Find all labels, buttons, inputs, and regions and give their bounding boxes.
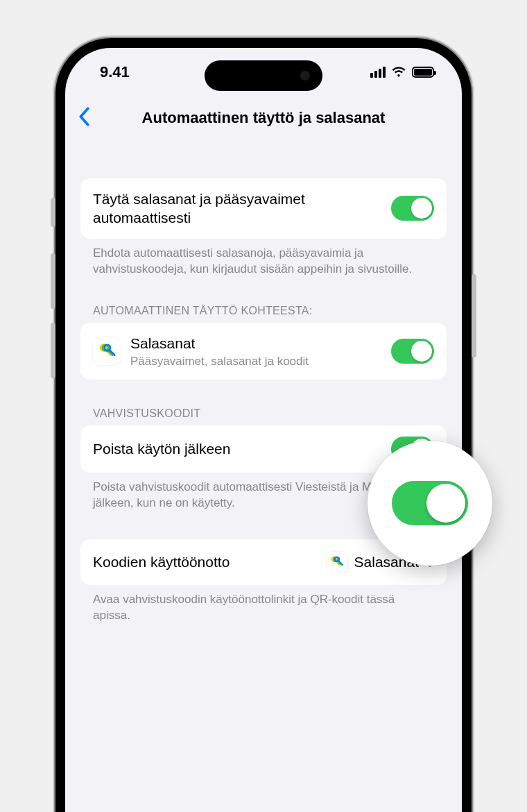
page-title: Automaattinen täyttö ja salasanat <box>65 109 462 127</box>
back-button[interactable] <box>78 106 90 130</box>
power-button <box>472 274 476 357</box>
volume-up-button <box>51 253 55 309</box>
passwords-app-subtitle: Pääsyavaimet, salasanat ja koodit <box>130 355 381 369</box>
autofill-main-group: Täytä salasanat ja pääsyavaimet automaat… <box>80 178 447 277</box>
codes-setup-footer: Avaa vahvistuskoodin käytöönottolinkit j… <box>80 585 447 624</box>
passwords-app-icon <box>327 552 347 573</box>
volume-down-button <box>51 323 55 378</box>
phone-frame: 9.41 Automaattinen täyttö ja salasanat <box>55 38 472 812</box>
status-time: 9.41 <box>100 63 130 81</box>
passwords-app-title: Salasanat <box>130 334 381 353</box>
autofill-passwords-row: Täytä salasanat ja pääsyavaimet automaat… <box>80 178 447 239</box>
autofill-passwords-footer: Ehdota automaattisesti salasanoja, pääsy… <box>80 239 447 278</box>
magnified-toggle-callout <box>368 441 492 566</box>
delete-after-use-label: Poista käytön jälkeen <box>93 439 381 458</box>
passwords-app-toggle[interactable] <box>391 339 434 364</box>
dynamic-island <box>205 60 322 91</box>
passwords-app-row: Salasanat Pääsyavaimet, salasanat ja koo… <box>80 323 447 379</box>
autofill-passwords-toggle[interactable] <box>391 196 434 221</box>
autofill-passwords-label: Täytä salasanat ja pääsyavaimet automaat… <box>93 189 381 228</box>
battery-icon <box>412 67 434 78</box>
codes-setup-label: Koodien käyttöönotto <box>93 554 320 570</box>
cellular-icon <box>370 67 386 78</box>
mute-switch <box>51 198 55 227</box>
verification-codes-header: VAHVISTUSKOODIT <box>80 407 447 425</box>
autofill-from-header: AUTOMAATTINEN TÄYTTÖ KOHTEESTA: <box>80 305 447 323</box>
delete-after-use-toggle-magnified <box>392 481 468 525</box>
passwords-app-icon <box>93 337 121 365</box>
wifi-icon <box>391 67 406 78</box>
nav-bar: Automaattinen täyttö ja salasanat <box>65 96 462 144</box>
autofill-from-group: AUTOMAATTINEN TÄYTTÖ KOHTEESTA: <box>80 305 447 379</box>
